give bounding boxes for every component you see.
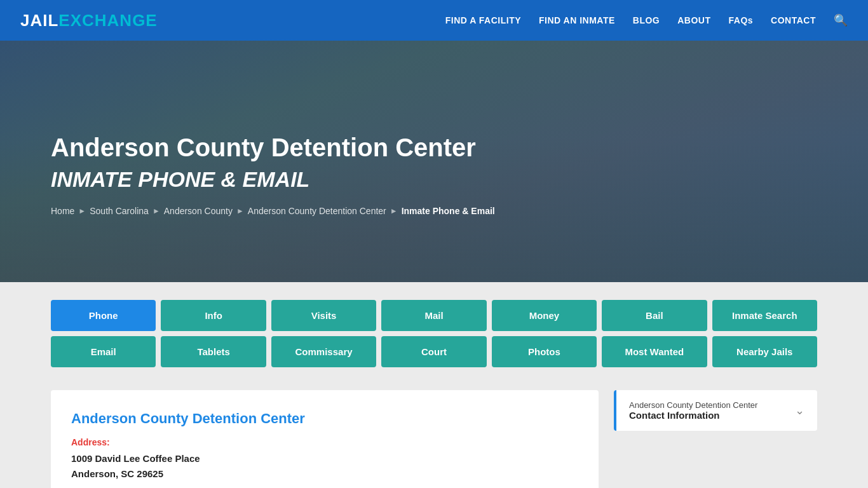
tab-court[interactable]: Court (381, 336, 486, 367)
tab-tablets[interactable]: Tablets (161, 336, 266, 367)
nav-faqs[interactable]: FAQs (729, 15, 754, 25)
tabs-row-2: Email Tablets Commissary Court Photos Mo… (51, 336, 817, 367)
title-main: Anderson County Detention Center (51, 133, 476, 161)
tab-inmate-search[interactable]: Inmate Search (712, 300, 817, 331)
page-title: Anderson County Detention Center INMATE … (51, 132, 559, 193)
contact-info-text: Anderson County Detention Center Contact… (629, 400, 757, 421)
tab-mail[interactable]: Mail (381, 300, 486, 331)
tab-email[interactable]: Email (51, 336, 156, 367)
tab-photos[interactable]: Photos (492, 336, 597, 367)
logo-exchange: EXCHANGE (58, 11, 157, 30)
breadcrumb-sep-3: ► (236, 207, 244, 215)
breadcrumb-sep-4: ► (390, 207, 398, 215)
hero-section: Anderson County Detention Center INMATE … (0, 41, 868, 282)
address-label: Address: (71, 437, 578, 447)
hero-content: Anderson County Detention Center INMATE … (0, 107, 610, 216)
tabs-row-1: Phone Info Visits Mail Money Bail Inmate… (51, 300, 817, 331)
main-nav: FIND A FACILITY FIND AN INMATE BLOG ABOU… (445, 13, 848, 27)
breadcrumb-home[interactable]: Home (51, 206, 74, 216)
nav-find-facility[interactable]: FIND A FACILITY (445, 15, 521, 25)
nav-contact[interactable]: CONTACT (771, 15, 816, 25)
breadcrumb: Home ► South Carolina ► Anderson County … (51, 206, 559, 216)
tab-phone[interactable]: Phone (51, 300, 156, 331)
search-button[interactable]: 🔍 (834, 13, 848, 27)
breadcrumb-sep-2: ► (153, 207, 160, 215)
contact-info-header[interactable]: Anderson County Detention Center Contact… (614, 390, 817, 431)
breadcrumb-sep-1: ► (78, 207, 86, 215)
facility-info-panel: Anderson County Detention Center Address… (51, 390, 599, 488)
tab-visits[interactable]: Visits (271, 300, 376, 331)
tab-most-wanted[interactable]: Most Wanted (602, 336, 707, 367)
tab-bail[interactable]: Bail (602, 300, 707, 331)
address-line-1: 1009 David Lee Coffee Place (71, 451, 578, 466)
facility-name: Anderson County Detention Center (71, 410, 578, 427)
tab-info[interactable]: Info (161, 300, 266, 331)
address-line-2: Anderson, SC 29625 (71, 466, 578, 482)
breadcrumb-sc[interactable]: South Carolina (90, 206, 149, 216)
nav-about[interactable]: ABOUT (677, 15, 710, 25)
tabs-section: Phone Info Visits Mail Money Bail Inmate… (0, 282, 868, 390)
contact-info-card: Anderson County Detention Center Contact… (614, 390, 817, 431)
contact-info-label: Contact Information (629, 410, 757, 421)
title-italic: INMATE PHONE & EMAIL (51, 167, 309, 191)
nav-blog[interactable]: BLOG (633, 15, 660, 25)
breadcrumb-anderson-county[interactable]: Anderson County (164, 206, 233, 216)
tab-commissary[interactable]: Commissary (271, 336, 376, 367)
breadcrumb-current: Inmate Phone & Email (402, 206, 495, 216)
breadcrumb-acdc[interactable]: Anderson County Detention Center (248, 206, 386, 216)
logo-jail: JAIL (20, 11, 58, 30)
nav-find-inmate[interactable]: FIND AN INMATE (539, 15, 615, 25)
right-panel: Anderson County Detention Center Contact… (614, 390, 817, 488)
contact-facility-name: Anderson County Detention Center (629, 400, 757, 410)
tab-nearby-jails[interactable]: Nearby Jails (712, 336, 817, 367)
site-logo[interactable]: JAIL EXCHANGE (20, 11, 158, 30)
main-content: Anderson County Detention Center Address… (0, 390, 868, 488)
chevron-down-icon: ⌄ (795, 403, 804, 417)
tab-money[interactable]: Money (492, 300, 597, 331)
site-header: JAIL EXCHANGE FIND A FACILITY FIND AN IN… (0, 0, 868, 41)
